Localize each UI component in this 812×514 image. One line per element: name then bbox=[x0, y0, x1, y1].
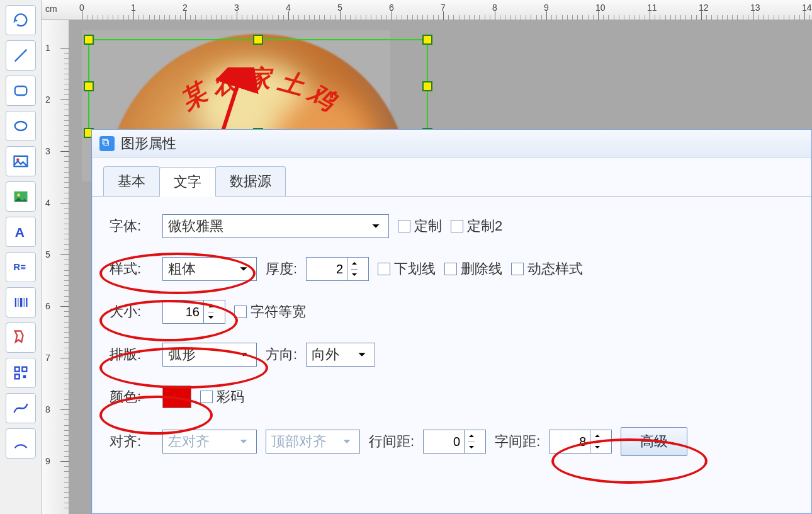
tool-line[interactable] bbox=[6, 40, 36, 71]
properties-dialog: 图形属性 基本 文字 数据源 字体: 微软雅黑 定制 定制2 样式: 粗体 厚度… bbox=[91, 129, 812, 514]
spin-down-icon[interactable] bbox=[468, 442, 475, 454]
thickness-label: 厚度: bbox=[266, 260, 297, 278]
color-swatch[interactable] bbox=[162, 386, 191, 408]
handle-mid-right[interactable] bbox=[422, 81, 432, 91]
svg-rect-15 bbox=[22, 367, 26, 372]
color-code-checkbox[interactable]: 彩码 bbox=[200, 387, 244, 406]
custom1-checkbox[interactable]: 定制 bbox=[398, 217, 442, 236]
tool-undo[interactable] bbox=[6, 5, 36, 35]
selection-box[interactable] bbox=[88, 39, 428, 134]
ruler-unit: cm bbox=[45, 4, 57, 14]
line-spacing-spinner[interactable] bbox=[423, 430, 486, 454]
tool-ellipse[interactable] bbox=[6, 111, 36, 141]
direction-label: 方向: bbox=[266, 345, 297, 364]
custom2-checkbox[interactable]: 定制2 bbox=[451, 217, 502, 236]
layout-label: 排版: bbox=[110, 345, 154, 364]
size-input[interactable] bbox=[163, 305, 203, 319]
layout-combo[interactable]: 弧形 bbox=[162, 343, 257, 367]
align-label: 对齐: bbox=[110, 432, 154, 451]
tool-curve[interactable] bbox=[6, 393, 36, 423]
char-spacing-spinner[interactable] bbox=[549, 430, 612, 454]
tool-arc[interactable] bbox=[6, 428, 36, 459]
svg-rect-16 bbox=[14, 374, 19, 379]
svg-rect-11 bbox=[20, 298, 22, 307]
layout-value: 弧形 bbox=[168, 345, 196, 364]
handle-top-left[interactable] bbox=[84, 35, 94, 45]
chevron-down-icon bbox=[368, 222, 383, 231]
valign-combo[interactable]: 顶部对齐 bbox=[266, 430, 360, 454]
halign-combo[interactable]: 左对齐 bbox=[162, 430, 257, 454]
handle-mid-left[interactable] bbox=[84, 81, 94, 91]
chevron-down-icon bbox=[236, 265, 251, 273]
chevron-down-icon bbox=[339, 437, 354, 446]
tab-basic[interactable]: 基本 bbox=[103, 166, 160, 196]
handle-top-mid[interactable] bbox=[253, 35, 263, 45]
svg-text:R≡: R≡ bbox=[13, 261, 26, 272]
svg-line-0 bbox=[14, 50, 26, 62]
tool-barcode[interactable] bbox=[6, 287, 36, 317]
spin-up-icon[interactable] bbox=[594, 430, 601, 442]
style-combo[interactable]: 粗体 bbox=[162, 257, 257, 281]
left-toolbar: A R≡ bbox=[0, 0, 42, 514]
thickness-input[interactable] bbox=[307, 262, 347, 277]
svg-rect-17 bbox=[23, 375, 26, 379]
spin-down-icon[interactable] bbox=[208, 312, 214, 324]
tool-rounded-rect[interactable] bbox=[6, 76, 36, 106]
svg-rect-12 bbox=[23, 298, 24, 307]
char-spacing-input[interactable] bbox=[550, 435, 590, 449]
tool-richtext[interactable]: R≡ bbox=[6, 252, 36, 282]
svg-text:A: A bbox=[14, 225, 24, 239]
chevron-down-icon bbox=[236, 350, 251, 359]
spin-up-icon[interactable] bbox=[208, 300, 214, 312]
tab-text[interactable]: 文字 bbox=[159, 167, 216, 197]
color-label: 颜色: bbox=[110, 387, 154, 406]
font-label: 字体: bbox=[110, 217, 154, 236]
strikethrough-checkbox[interactable]: 删除线 bbox=[444, 260, 502, 278]
valign-value: 顶部对齐 bbox=[271, 432, 327, 451]
size-spinner[interactable] bbox=[162, 300, 225, 324]
handle-top-right[interactable] bbox=[422, 35, 432, 45]
monospace-checkbox[interactable]: 字符等宽 bbox=[234, 302, 306, 321]
ruler-vertical[interactable]: 123456789 bbox=[42, 20, 69, 514]
svg-rect-10 bbox=[18, 298, 18, 307]
direction-combo[interactable]: 向外 bbox=[306, 343, 375, 367]
tool-shape[interactable] bbox=[6, 323, 36, 353]
svg-rect-13 bbox=[26, 298, 27, 307]
halign-value: 左对齐 bbox=[168, 432, 210, 451]
spin-down-icon[interactable] bbox=[594, 442, 601, 454]
svg-rect-14 bbox=[14, 367, 19, 372]
tool-picture[interactable] bbox=[6, 181, 36, 212]
spin-up-icon[interactable] bbox=[468, 430, 475, 442]
dialog-title-text: 图形属性 bbox=[121, 134, 176, 153]
style-label: 样式: bbox=[110, 260, 154, 278]
underline-checkbox[interactable]: 下划线 bbox=[378, 260, 436, 278]
svg-rect-9 bbox=[14, 298, 16, 307]
size-label: 大小: bbox=[110, 302, 154, 321]
style-value: 粗体 bbox=[168, 260, 196, 278]
spin-down-icon[interactable] bbox=[351, 270, 358, 281]
tab-datasource[interactable]: 数据源 bbox=[215, 166, 286, 196]
direction-value: 向外 bbox=[312, 345, 339, 364]
tool-qr[interactable] bbox=[6, 358, 36, 388]
font-combo[interactable]: 微软雅黑 bbox=[162, 214, 389, 238]
tool-text[interactable]: A bbox=[6, 217, 36, 247]
spin-up-icon[interactable] bbox=[351, 258, 358, 270]
text-form: 字体: 微软雅黑 定制 定制2 样式: 粗体 厚度: 下划线 删除线 动态样式 bbox=[92, 197, 811, 493]
dynamic-style-checkbox[interactable]: 动态样式 bbox=[511, 260, 583, 278]
dialog-tabs: 基本 文字 数据源 bbox=[92, 157, 811, 197]
line-spacing-input[interactable] bbox=[424, 435, 464, 449]
chevron-down-icon bbox=[354, 350, 369, 359]
svg-point-2 bbox=[14, 122, 26, 130]
font-value: 微软雅黑 bbox=[168, 217, 223, 236]
dialog-titlebar[interactable]: 图形属性 bbox=[92, 130, 811, 157]
ruler-horizontal[interactable]: cm 01234567891011121314 bbox=[42, 0, 812, 20]
advanced-button[interactable]: 高级 bbox=[621, 427, 687, 456]
chevron-down-icon bbox=[236, 437, 251, 446]
line-spacing-label: 行间距: bbox=[369, 432, 414, 451]
char-spacing-label: 字间距: bbox=[495, 432, 540, 451]
dialog-icon bbox=[99, 136, 115, 151]
tool-image[interactable] bbox=[6, 146, 36, 176]
svg-point-6 bbox=[17, 193, 20, 197]
svg-rect-1 bbox=[14, 86, 26, 95]
thickness-spinner[interactable] bbox=[306, 257, 369, 281]
